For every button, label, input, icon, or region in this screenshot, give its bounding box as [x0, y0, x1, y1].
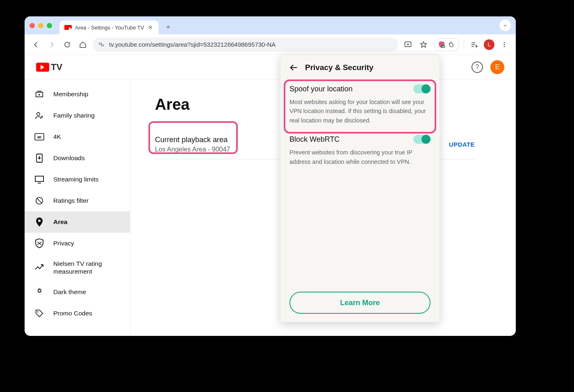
- popup-title: Privacy & Security: [305, 63, 374, 72]
- help-button[interactable]: ?: [472, 61, 483, 73]
- svg-point-4: [504, 42, 505, 43]
- tab-overflow-button[interactable]: [499, 20, 511, 31]
- vpn-extension-button[interactable]: [437, 40, 446, 49]
- site-info-icon[interactable]: [98, 41, 105, 48]
- question-icon: ?: [476, 63, 479, 71]
- media-icon: [470, 41, 478, 48]
- browser-window: Area - Settings - YouTube TV ✕ ＋ tv.yout…: [25, 16, 516, 336]
- setting-title: Block WebRTC: [289, 135, 339, 144]
- puzzle-icon: [448, 41, 455, 48]
- new-tab-button[interactable]: ＋: [164, 22, 172, 32]
- svg-point-5: [504, 44, 505, 45]
- block-webrtc-toggle[interactable]: [413, 135, 430, 144]
- url-text: tv.youtube.com/settings/area?sjid=532321…: [109, 41, 276, 48]
- setting-block-webrtc: Block WebRTC Prevent websites from disco…: [280, 129, 440, 170]
- card-title: Current playback area: [155, 136, 230, 144]
- svg-rect-13: [35, 176, 43, 181]
- tag-icon: [34, 308, 44, 318]
- media-control-button[interactable]: [468, 39, 480, 50]
- setting-description: Most websites asking for your location w…: [289, 97, 430, 125]
- svg-rect-1: [101, 45, 103, 46]
- popup-back-button[interactable]: [289, 63, 298, 72]
- card-value: Los Angeles Area - 90047: [155, 146, 230, 153]
- bookmark-button[interactable]: [418, 39, 429, 50]
- svg-point-16: [37, 311, 39, 313]
- location-icon: [34, 217, 44, 227]
- shield-icon: [34, 238, 44, 248]
- browser-menu-button[interactable]: [499, 39, 510, 50]
- sidebar-item-4k[interactable]: 4K 4K: [25, 126, 130, 147]
- chevron-down-icon: [502, 23, 508, 28]
- trending-icon: [34, 263, 44, 272]
- spoof-location-toggle[interactable]: [413, 84, 430, 93]
- extension-popup: Privacy & Security Spoof your location M…: [280, 55, 440, 322]
- browser-toolbar: tv.youtube.com/settings/area?sjid=532321…: [25, 34, 516, 55]
- arrow-right-icon: [48, 41, 55, 48]
- svg-point-8: [37, 113, 40, 116]
- sidebar-item-downloads[interactable]: Downloads: [25, 147, 130, 169]
- svg-rect-0: [99, 43, 101, 44]
- close-tab-icon[interactable]: ✕: [147, 24, 154, 31]
- sidebar-item-promo-codes[interactable]: Promo Codes: [25, 303, 130, 324]
- extensions-button[interactable]: [447, 40, 456, 49]
- sidebar-item-nielsen[interactable]: Nielsen TV rating measurement: [25, 254, 130, 281]
- svg-point-15: [38, 220, 41, 222]
- reload-icon: [64, 41, 71, 48]
- reload-button[interactable]: [61, 39, 73, 50]
- setting-title: Spoof your location: [289, 85, 353, 93]
- youtube-tv-logo[interactable]: TV: [36, 62, 62, 73]
- svg-point-3: [442, 45, 445, 48]
- setting-spoof-location: Spoof your location Most websites asking…: [280, 79, 440, 129]
- monitor-icon: [34, 174, 44, 184]
- browser-profile[interactable]: L: [484, 39, 494, 50]
- app-header: TV ? E: [25, 55, 516, 79]
- download-icon: [34, 153, 44, 163]
- sidebar-item-area[interactable]: Area: [25, 211, 130, 233]
- arrow-left-icon: [289, 63, 298, 72]
- sidebar-item-dark-theme[interactable]: Dark theme: [25, 281, 130, 303]
- svg-text:4K: 4K: [37, 135, 42, 139]
- kebab-icon: [501, 41, 508, 48]
- install-icon: [404, 41, 412, 49]
- browser-tab[interactable]: Area - Settings - YouTube TV ✕: [59, 20, 159, 34]
- membership-icon: [34, 89, 44, 99]
- nav-forward-button[interactable]: [46, 39, 57, 50]
- theme-icon: [34, 287, 44, 297]
- sidebar-item-membership[interactable]: Membership: [25, 84, 130, 105]
- app-body: Membership Family sharing 4K 4K Download…: [25, 79, 516, 336]
- nav-back-button[interactable]: [30, 39, 42, 50]
- sidebar-item-ratings-filter[interactable]: Ratings filter: [25, 190, 130, 211]
- 4k-icon: 4K: [34, 132, 44, 142]
- account-avatar[interactable]: E: [490, 60, 504, 74]
- arrow-left-icon: [32, 41, 40, 48]
- minimize-window[interactable]: [38, 23, 43, 28]
- sidebar: Membership Family sharing 4K 4K Download…: [25, 79, 130, 336]
- family-icon: [34, 111, 44, 120]
- setting-description: Prevent websites from discovering your t…: [289, 148, 430, 166]
- sidebar-item-streaming-limits[interactable]: Streaming limits: [25, 169, 130, 190]
- svg-point-6: [504, 46, 505, 47]
- youtube-icon: [36, 63, 49, 72]
- extensions-group: [433, 38, 460, 51]
- block-icon: [34, 196, 44, 206]
- maximize-window[interactable]: [47, 23, 52, 28]
- titlebar: Area - Settings - YouTube TV ✕ ＋: [25, 16, 516, 34]
- learn-more-button[interactable]: Learn More: [289, 292, 430, 314]
- sidebar-item-privacy[interactable]: Privacy: [25, 233, 130, 254]
- address-bar[interactable]: tv.youtube.com/settings/area?sjid=532321…: [93, 38, 398, 52]
- update-button[interactable]: UPDATE: [449, 141, 475, 148]
- close-window[interactable]: [30, 23, 35, 28]
- tab-title: Area - Settings - YouTube TV: [75, 25, 144, 31]
- window-controls: [30, 23, 52, 28]
- home-icon: [79, 41, 87, 48]
- star-icon: [419, 41, 428, 49]
- sidebar-item-family-sharing[interactable]: Family sharing: [25, 105, 130, 126]
- install-app-button[interactable]: [402, 39, 414, 50]
- home-button[interactable]: [77, 39, 89, 50]
- youtube-icon: [64, 25, 72, 30]
- vpn-shield-icon: [437, 41, 446, 49]
